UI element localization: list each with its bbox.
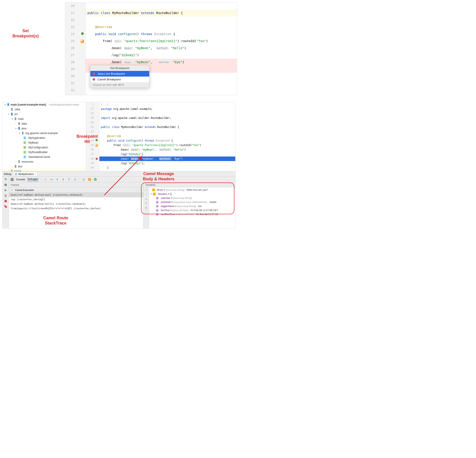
- annotation-breakpoint-hit: BreakpointHit: [76, 134, 98, 145]
- debugger-tab[interactable]: Debugger: [27, 178, 38, 181]
- project-tree[interactable]: ▾▉main [camel-example-main] ~/workspace/…: [2, 102, 86, 171]
- svg-marker-16: [68, 178, 70, 179]
- file-mybean[interactable]: C MyBean: [2, 140, 86, 145]
- debug-label: Debug:: [4, 173, 12, 175]
- threads-dropdown-icon[interactable]: ≡: [10, 188, 14, 192]
- popup-title: Set Breakpoint: [90, 65, 149, 71]
- run-to-cursor-icon[interactable]: [73, 178, 77, 181]
- debug-sidebar: [2, 177, 9, 229]
- folder-icon: ▉: [14, 117, 17, 121]
- folder-icon: ▉: [18, 122, 21, 125]
- stack-frame[interactable]: log [route=foo,id=log1]: [9, 197, 143, 202]
- svg-line-1: [104, 156, 142, 195]
- editor-gutter: 20 21 22 23 24 25 26 27 28 29 30 31 32: [65, 2, 85, 95]
- class-icon: C: [23, 156, 26, 158]
- file-standalonecamel[interactable]: C StandaloneCamel: [2, 155, 86, 159]
- settings-icon[interactable]: [4, 183, 8, 187]
- trace-icon[interactable]: [88, 178, 91, 181]
- threads-icon[interactable]: ≡: [44, 178, 47, 181]
- annotation-camel-message: Camel MessageBody & Headers: [143, 171, 174, 182]
- breakpoint-popup: Set Breakpoint Java Line Breakpoint Came…: [90, 65, 149, 88]
- console-icon[interactable]: [10, 178, 14, 181]
- svg-point-11: [5, 206, 7, 208]
- svg-rect-9: [5, 200, 7, 202]
- svg-point-18: [94, 178, 97, 181]
- camel-gutter-icon[interactable]: [80, 39, 84, 43]
- folder-icon: ▉: [10, 108, 14, 111]
- breakpoint-dot-icon: [93, 72, 95, 75]
- resume-icon[interactable]: [4, 189, 8, 192]
- stack-frame[interactable]: bean[ref:myBean method:hello] [route=foo…: [9, 202, 143, 206]
- force-step-into-icon[interactable]: [61, 178, 65, 181]
- annotation-camel-stacktrace: Camel RouteStackTrace: [43, 216, 68, 226]
- file-myroutebuilder[interactable]: C MyRouteBuilder: [2, 150, 86, 155]
- popup-item-camel-breakpoint[interactable]: Camel Breakpoint: [90, 77, 149, 82]
- breakpoint-dot-icon: [93, 78, 95, 81]
- popup-item-java-line-breakpoint[interactable]: Java Line Breakpoint: [90, 71, 149, 77]
- svg-marker-14: [57, 180, 58, 181]
- variables-highlight-box: [141, 182, 234, 214]
- stop-icon[interactable]: [4, 199, 8, 203]
- class-icon: C: [23, 141, 26, 144]
- step-out-icon[interactable]: [67, 178, 71, 181]
- console-tab[interactable]: Console: [16, 178, 25, 181]
- folder-icon: ▉: [10, 170, 14, 172]
- camel-toolbar-icon[interactable]: [94, 178, 97, 181]
- debug-run-tab[interactable]: CMyApplication ×: [13, 172, 38, 176]
- file-myapplication[interactable]: C MyApplication: [2, 135, 86, 140]
- app-icon: C: [15, 173, 17, 175]
- svg-rect-5: [5, 184, 7, 186]
- file-myconfiguration[interactable]: C MyConfiguration: [2, 145, 86, 150]
- annotation-set-breakpoints: SetBreakpoint(s): [12, 28, 39, 39]
- step-over-icon[interactable]: [50, 178, 53, 181]
- folder-icon: ▉: [18, 127, 21, 130]
- step-into-icon[interactable]: [55, 178, 59, 181]
- breakpoints-icon[interactable]: [4, 205, 8, 208]
- class-icon: C: [23, 151, 26, 154]
- popup-footer: Choose an item with ⌘F8: [90, 82, 149, 88]
- folder-icon: ▉: [14, 165, 17, 168]
- folder-icon: ▉: [10, 112, 14, 116]
- breakpoint-gutter-icon[interactable]: [95, 158, 98, 160]
- svg-rect-12: [11, 178, 14, 181]
- class-icon: C: [23, 146, 26, 149]
- svg-rect-8: [6, 195, 7, 197]
- stack-frame[interactable]: from[quartz://foo?cron=0%2F2+*+*+*+*+%3F…: [9, 206, 143, 211]
- evaluate-icon[interactable]: ⊞: [82, 178, 85, 181]
- svg-marker-6: [5, 189, 7, 191]
- stack-frames-list[interactable]: bean[ref:myBean method:bye] [route=foo,i…: [9, 193, 143, 229]
- arrow-icon: [102, 152, 145, 197]
- svg-marker-15: [62, 180, 64, 181]
- rerun-icon[interactable]: [4, 178, 8, 181]
- run-gutter-icon[interactable]: [81, 31, 84, 38]
- svg-rect-17: [88, 178, 91, 181]
- folder-icon: ▉: [18, 160, 21, 163]
- class-icon: C: [23, 136, 26, 139]
- svg-rect-7: [5, 195, 5, 197]
- package-icon: ▉: [21, 132, 25, 135]
- pause-icon[interactable]: [4, 194, 8, 198]
- folder-icon: ▉: [7, 103, 10, 106]
